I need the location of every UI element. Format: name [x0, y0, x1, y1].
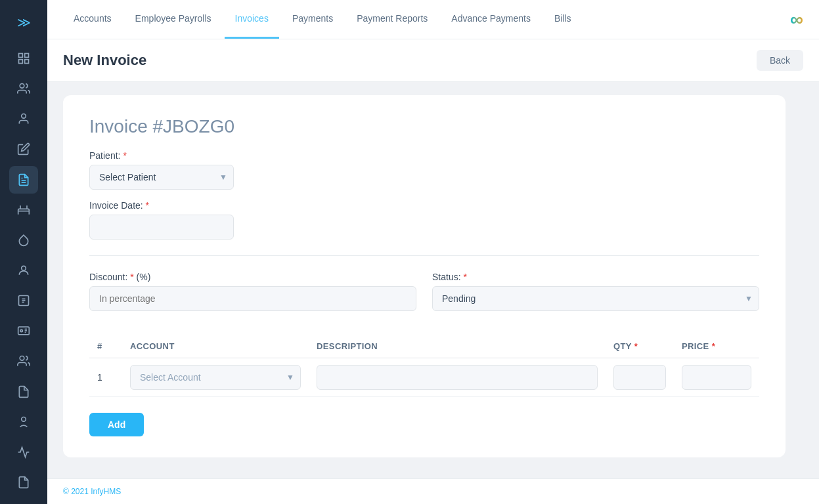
svg-point-5: [22, 114, 26, 119]
document-icon[interactable]: [9, 166, 38, 194]
chart-icon[interactable]: [9, 438, 38, 466]
drop-icon[interactable]: [9, 226, 38, 254]
price-input[interactable]: [682, 365, 751, 390]
description-input[interactable]: [317, 365, 598, 390]
discount-label: Discount: * (%): [89, 272, 416, 282]
top-nav: Accounts Employee Payrolls Invoices Paym…: [47, 0, 819, 39]
tab-payment-reports[interactable]: Payment Reports: [346, 0, 438, 39]
patient-label: Patient: *: [89, 150, 759, 161]
nav-tabs: Accounts Employee Payrolls Invoices Paym…: [63, 0, 582, 39]
account-select-wrapper: Select Account ▼: [130, 365, 301, 390]
sidebar-toggle[interactable]: ≫: [11, 8, 37, 37]
file-icon[interactable]: [9, 378, 38, 406]
col-account: ACCOUNT: [122, 335, 309, 358]
page-header: New Invoice Back: [47, 39, 819, 82]
account-select[interactable]: Select Account: [130, 365, 301, 390]
discount-form-group: Discount: * (%): [89, 272, 416, 311]
id-icon[interactable]: [9, 317, 38, 345]
table-row: 1 Select Account ▼: [89, 358, 759, 397]
status-form-group: Status: * Pending Paid Cancelled ▼: [432, 272, 759, 311]
svg-rect-13: [18, 327, 30, 335]
footer: © 2021 InfyHMS: [47, 478, 819, 504]
col-hash: #: [89, 335, 122, 358]
svg-rect-3: [25, 60, 29, 64]
col-price: PRICE *: [674, 335, 759, 358]
patient-form-group: Patient: * Select Patient ▼: [89, 150, 759, 190]
invoice-date-label: Invoice Date: *: [89, 200, 759, 211]
add-button[interactable]: Add: [89, 413, 144, 436]
sidebar: ≫: [0, 0, 47, 504]
person-icon[interactable]: [9, 257, 38, 284]
discount-input[interactable]: [89, 286, 416, 311]
svg-point-8: [22, 266, 26, 270]
tab-employee-payrolls[interactable]: Employee Payrolls: [125, 0, 222, 39]
col-qty: QTY *: [606, 335, 674, 358]
tab-invoices[interactable]: Invoices: [225, 0, 279, 39]
svg-point-4: [20, 84, 24, 89]
tab-advance-payments[interactable]: Advance Payments: [441, 0, 541, 39]
dashboard-icon[interactable]: [9, 45, 38, 72]
bill-icon[interactable]: [9, 469, 38, 496]
svg-rect-1: [25, 54, 29, 58]
person2-icon[interactable]: [9, 408, 38, 436]
divider-1: [89, 255, 759, 256]
patient-select-wrapper: Select Patient ▼: [89, 165, 234, 190]
main-content: Accounts Employee Payrolls Invoices Paym…: [47, 0, 819, 504]
invoice-date-form-group: Invoice Date: * 2021-10-05: [89, 200, 759, 240]
tab-accounts[interactable]: Accounts: [63, 0, 122, 39]
back-button[interactable]: Back: [757, 50, 803, 71]
tab-payments[interactable]: Payments: [282, 0, 343, 39]
svg-rect-2: [19, 60, 23, 64]
group-icon[interactable]: [9, 347, 38, 375]
invoice-card: Invoice #JBOZG0 Patient: * Select Patien…: [63, 95, 786, 457]
patient-icon[interactable]: [9, 105, 38, 133]
bed-icon[interactable]: [9, 196, 38, 224]
col-description: DESCRIPTION: [309, 335, 606, 358]
invoice-date-input[interactable]: 2021-10-05: [89, 215, 234, 240]
patient-select[interactable]: Select Patient: [89, 165, 234, 190]
qty-input[interactable]: [613, 365, 666, 390]
status-select[interactable]: Pending Paid Cancelled: [432, 286, 759, 311]
report-icon[interactable]: [9, 287, 38, 314]
status-select-wrapper: Pending Paid Cancelled ▼: [432, 286, 759, 311]
content-area: Invoice #JBOZG0 Patient: * Select Patien…: [47, 82, 819, 478]
discount-status-row: Discount: * (%) Status: * Pending Paid C…: [89, 272, 759, 322]
edit-icon[interactable]: [9, 135, 38, 163]
svg-rect-0: [19, 54, 23, 58]
status-label: Status: *: [432, 272, 759, 282]
tab-bills[interactable]: Bills: [544, 0, 582, 39]
logo: ∞: [790, 9, 803, 30]
invoice-number: Invoice #JBOZG0: [89, 116, 759, 137]
row-number: 1: [97, 372, 102, 383]
users-icon[interactable]: [9, 75, 38, 102]
svg-point-14: [20, 330, 22, 332]
invoice-table: # ACCOUNT DESCRIPTION QTY * PRICE * 1: [89, 335, 759, 397]
svg-point-16: [22, 417, 26, 421]
invoice-date-wrapper: 2021-10-05: [89, 215, 234, 240]
page-title: New Invoice: [63, 52, 146, 69]
svg-point-15: [20, 356, 24, 361]
